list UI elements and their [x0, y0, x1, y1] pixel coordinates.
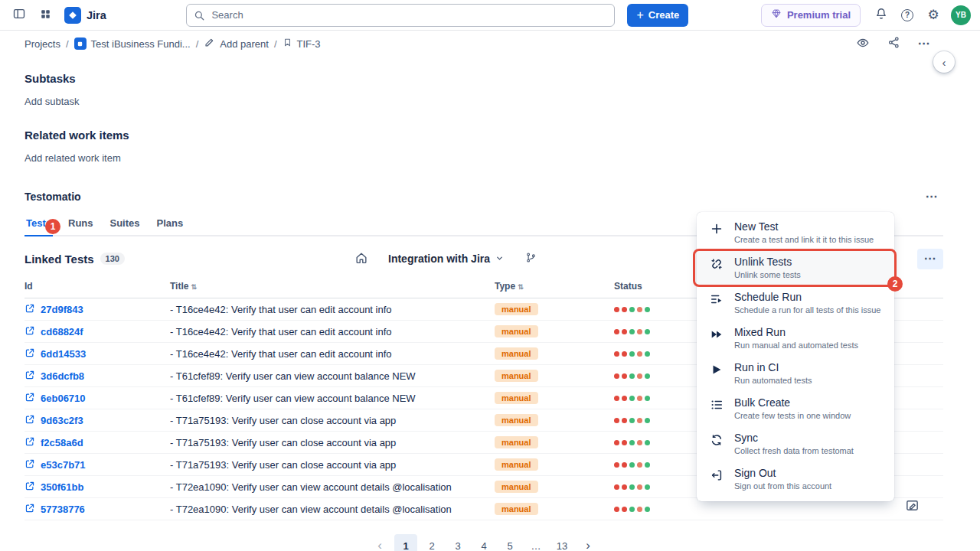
page-button-4[interactable]: 4 [472, 534, 495, 551]
feedback-button[interactable] [903, 497, 921, 516]
testomatio-heading: Testomatio [24, 191, 81, 203]
bulk-list-icon [709, 398, 724, 412]
notifications-button[interactable] [870, 4, 893, 27]
sync-icon [709, 433, 724, 447]
next-page-button[interactable]: › [577, 534, 599, 551]
status-dot [629, 307, 635, 312]
add-parent-button[interactable]: Add parent [204, 37, 269, 51]
tab-tests[interactable]: Tests [24, 217, 53, 236]
column-header-title[interactable]: Title⇅ [170, 281, 495, 292]
jira-logo-icon [64, 7, 81, 24]
breadcrumb-bar: Projects / Test iBusiness Fundi... / Add… [0, 31, 980, 57]
menu-item-label: Sign Out [734, 466, 831, 481]
page-button-5[interactable]: 5 [498, 534, 521, 551]
test-title: - T72ea1090: Verify user can view accoun… [170, 481, 495, 493]
external-link-icon [24, 303, 35, 316]
status-dot [614, 462, 619, 468]
status-dot [637, 329, 642, 334]
breadcrumb-issue-key[interactable]: TIF-3 [283, 37, 321, 50]
status-dot [614, 418, 619, 423]
status-dot [629, 373, 635, 379]
test-id-link[interactable]: 6eb06710 [41, 393, 86, 404]
issue-more-button[interactable]: ⋯ [913, 32, 936, 55]
create-button[interactable]: + Create [627, 4, 688, 27]
previous-page-button[interactable]: ‹ [368, 534, 391, 551]
linked-tests-more-button[interactable]: ⋯ [917, 249, 943, 269]
status-dot [645, 462, 650, 468]
search-input[interactable] [186, 4, 615, 27]
test-id-link[interactable]: 57738776 [41, 504, 85, 515]
app-switcher-button[interactable] [34, 4, 57, 27]
home-button[interactable] [350, 247, 373, 270]
breadcrumb-projects[interactable]: Projects [24, 38, 60, 50]
jira-brand[interactable]: Jira [64, 7, 106, 24]
page-button-1[interactable]: 1 [394, 534, 417, 551]
add-subtask-button[interactable]: Add subtask [24, 96, 80, 107]
tab-suites[interactable]: Suites [109, 217, 142, 236]
status-dot [645, 484, 650, 490]
page-button-2[interactable]: 2 [420, 534, 443, 551]
type-badge: manual [495, 481, 538, 493]
menu-item-desc: Unlink some tests [734, 270, 801, 280]
menu-item-run-in-ci[interactable]: Run in CIRun automated tests [697, 357, 894, 392]
sidebar-toggle-icon [12, 7, 26, 23]
page-button-3[interactable]: 3 [446, 534, 469, 551]
feedback-icon [905, 498, 920, 515]
test-id-link[interactable]: cd68824f [41, 326, 83, 337]
chevron-left-icon: ‹ [942, 56, 946, 69]
menu-item-schedule-run[interactable]: Schedule RunSchedule a run for all tests… [697, 286, 894, 321]
test-id-link[interactable]: 350f61bb [41, 481, 83, 493]
test-id-link[interactable]: 9d63c2f3 [41, 415, 83, 426]
sidebar-toggle-button[interactable] [8, 4, 31, 27]
status-dot [645, 307, 650, 312]
play-icon [709, 363, 724, 377]
status-dot [614, 396, 619, 401]
type-badge: manual [495, 370, 538, 382]
breadcrumb-project[interactable]: Test iBusiness Fundi... [74, 37, 191, 50]
menu-item-sync[interactable]: SyncCollect fresh data from testomat [697, 427, 894, 462]
status-dot [622, 307, 627, 312]
test-title: - T71a75193: Verify user can close accou… [170, 437, 495, 448]
test-id-link[interactable]: 27d9f843 [41, 304, 83, 315]
user-avatar[interactable]: YB [951, 5, 971, 25]
page-button-13[interactable]: 13 [550, 534, 573, 551]
test-title: - T61cfef89: Verify user can view accoun… [170, 370, 495, 382]
project-selector[interactable]: Integration with Jira [384, 249, 508, 268]
test-title: - T61cfef89: Verify user can view accoun… [170, 393, 495, 404]
status-dot [622, 396, 627, 401]
menu-item-mixed-run[interactable]: Mixed RunRun manual and automated tests [697, 321, 894, 357]
collapse-panel-button[interactable]: ‹ [933, 51, 955, 73]
premium-trial-button[interactable]: Premium trial [761, 4, 861, 27]
status-dot [614, 307, 619, 312]
test-id-link[interactable]: 6dd14533 [41, 348, 86, 360]
help-button[interactable]: ? [896, 4, 919, 27]
menu-item-bulk-create[interactable]: Bulk CreateCreate few tests in one windo… [697, 392, 894, 427]
status-dot [637, 418, 642, 423]
menu-item-sign-out[interactable]: Sign OutSign out from this account [697, 462, 894, 497]
status-dot [614, 329, 619, 334]
external-link-icon [24, 503, 35, 516]
tab-plans[interactable]: Plans [155, 217, 185, 236]
tab-runs[interactable]: Runs [67, 217, 95, 236]
status-dot [622, 373, 627, 379]
test-id-link[interactable]: e53c7b71 [41, 459, 86, 471]
test-id-link[interactable]: 3d6dcfb8 [41, 370, 84, 382]
add-related-work-item-button[interactable]: Add related work item [24, 152, 121, 164]
column-header-type[interactable]: Type⇅ [495, 281, 614, 292]
branch-button[interactable] [519, 247, 542, 270]
menu-item-unlink-tests[interactable]: Unlink TestsUnlink some tests [697, 251, 894, 286]
menu-item-new-test[interactable]: New TestCreate a test and link it it to … [697, 216, 894, 251]
testomatio-more-button[interactable]: ⋯ [920, 185, 943, 208]
app-name: Jira [87, 9, 106, 21]
table-row[interactable]: 57738776 - T72ea1090: Verify user can vi… [24, 498, 943, 520]
watch-button[interactable] [851, 32, 874, 55]
testomatio-actions-menu: New TestCreate a test and link it it to … [697, 212, 894, 501]
pencil-icon [204, 37, 215, 51]
status-dot [637, 351, 642, 357]
share-button[interactable] [882, 32, 905, 55]
linked-tests-count: 130 [100, 253, 125, 265]
app-grid-icon [40, 8, 51, 22]
type-badge: manual [495, 436, 538, 448]
settings-button[interactable]: ⚙ [922, 4, 945, 27]
test-id-link[interactable]: f2c58a6d [41, 437, 83, 448]
